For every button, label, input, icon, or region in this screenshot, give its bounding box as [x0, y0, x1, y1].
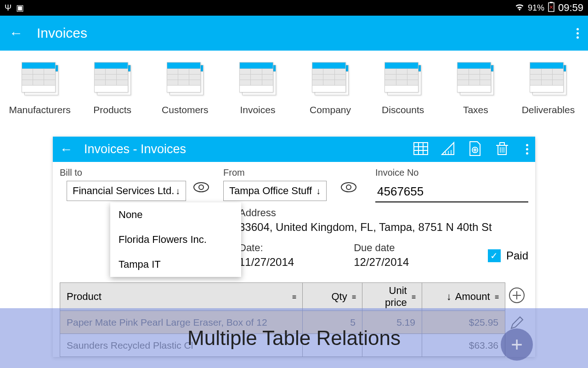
add-row-icon[interactable]	[509, 287, 525, 305]
category-item[interactable]: Invoices	[222, 62, 293, 115]
category-item[interactable]: Deliverables	[513, 62, 583, 115]
trash-icon[interactable]	[494, 141, 510, 158]
due-date-value: 12/27/2014	[354, 256, 409, 269]
column-menu-icon[interactable]: ≡	[495, 296, 498, 298]
bill-to-select[interactable]: Financial Services Ltd. ↓	[67, 181, 186, 201]
svg-rect-16	[500, 143, 504, 145]
detail-title: Invoices - Invoices	[84, 142, 186, 156]
invoice-no-label: Invoice No	[375, 167, 528, 178]
table-stack-icon	[239, 62, 276, 95]
category-label: Customers	[162, 104, 209, 115]
category-label: Invoices	[240, 104, 275, 115]
svg-point-21	[199, 185, 204, 190]
overlay-banner: Multiple Table Relations	[0, 308, 588, 368]
chevron-down-icon: ↓	[175, 186, 180, 196]
column-menu-icon[interactable]: ≡	[292, 296, 296, 298]
table-stack-icon	[384, 62, 421, 95]
dropdown-item[interactable]: Florida Flowers Inc.	[110, 227, 241, 252]
date-value: 11/27/2014	[239, 256, 294, 269]
view-billto-icon[interactable]	[193, 181, 209, 202]
bill-to-dropdown: NoneFlorida Flowers Inc.Tampa IT	[110, 202, 241, 277]
status-bar: Ψ ▣ 91% ✕ 09:59	[0, 0, 588, 16]
overlay-text: Multiple Table Relations	[187, 327, 401, 350]
category-label: Products	[93, 104, 131, 115]
category-label: Taxes	[463, 104, 488, 115]
svg-rect-1	[550, 2, 553, 3]
svg-point-20	[194, 183, 209, 192]
category-item[interactable]: Manufacturers	[5, 62, 75, 115]
address-text: 33604, United Kingdom, FL, Tampa, 8751 N…	[239, 221, 528, 234]
battery-percent: 91%	[528, 3, 544, 13]
table-stack-icon	[22, 62, 58, 95]
detail-back-icon[interactable]: ←	[60, 142, 73, 157]
dropdown-item[interactable]: Tampa IT	[110, 252, 241, 277]
dropdown-item[interactable]: None	[110, 202, 241, 227]
svg-point-23	[346, 185, 351, 190]
detail-toolbar: ← Invoices - Invoices	[53, 137, 535, 162]
col-product[interactable]: Product≡	[60, 283, 303, 310]
svg-text:✕: ✕	[549, 4, 554, 11]
table-stack-icon	[312, 62, 349, 95]
col-amount[interactable]: ↓Amount≡	[422, 283, 505, 310]
table-stack-icon	[530, 62, 566, 95]
add-document-icon[interactable]	[467, 141, 483, 158]
col-price[interactable]: Unit price≡	[362, 283, 422, 310]
wifi-icon	[515, 3, 524, 13]
battery-icon: ✕	[548, 2, 554, 14]
ruler-icon[interactable]	[440, 141, 456, 158]
category-row: ManufacturersProductsCustomersInvoicesCo…	[0, 51, 588, 125]
svg-rect-3	[414, 143, 428, 155]
paid-label: Paid	[506, 249, 528, 262]
invoice-no-input[interactable]	[375, 182, 528, 202]
from-label: From	[223, 167, 327, 178]
image-icon: ▣	[16, 3, 24, 13]
sort-desc-icon: ↓	[447, 291, 452, 303]
column-menu-icon[interactable]: ≡	[352, 296, 356, 298]
category-item[interactable]: Company	[295, 62, 366, 115]
table-stack-icon	[167, 62, 204, 95]
paid-checkbox[interactable]: ✓	[488, 249, 501, 262]
from-select[interactable]: Tampa Office Stuff ↓	[223, 181, 327, 201]
column-menu-icon[interactable]: ≡	[412, 296, 415, 298]
category-label: Deliverables	[522, 104, 575, 115]
date-label: Date:	[239, 242, 294, 254]
address-label: Address	[239, 207, 528, 219]
bill-to-label: Bill to	[60, 167, 179, 178]
more-icon[interactable]	[577, 28, 579, 39]
table-view-icon[interactable]	[413, 141, 429, 158]
category-item[interactable]: Taxes	[441, 62, 511, 115]
table-stack-icon	[457, 62, 494, 95]
category-label: Manufacturers	[9, 104, 70, 115]
view-from-icon[interactable]	[340, 181, 357, 202]
fab-add-button[interactable]: +	[501, 328, 533, 361]
col-qty[interactable]: Qty≡	[303, 283, 362, 310]
category-item[interactable]: Customers	[150, 62, 220, 115]
table-stack-icon	[94, 62, 131, 95]
category-item[interactable]: Products	[77, 62, 147, 115]
page-title: Invoices	[37, 25, 87, 41]
category-label: Discounts	[382, 104, 424, 115]
app-bar: ← Invoices	[0, 16, 588, 51]
chevron-down-icon: ↓	[316, 186, 321, 196]
due-date-label: Due date	[354, 242, 409, 254]
clock: 09:59	[558, 2, 583, 14]
usb-icon: Ψ	[5, 3, 11, 13]
detail-more-icon[interactable]	[526, 144, 528, 155]
category-item[interactable]: Discounts	[368, 62, 438, 115]
category-label: Company	[310, 104, 351, 115]
back-icon[interactable]: ←	[9, 25, 23, 41]
svg-point-22	[341, 183, 356, 192]
